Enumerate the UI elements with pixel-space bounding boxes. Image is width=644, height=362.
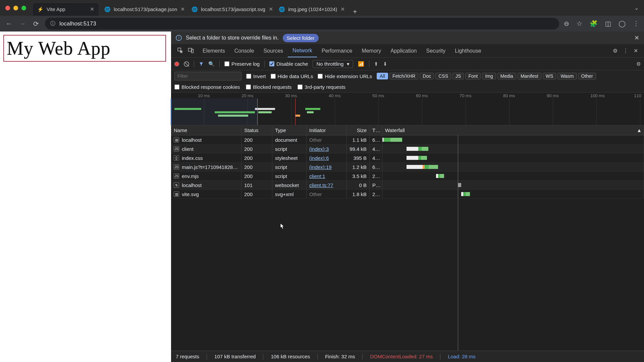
col-waterfall[interactable]: Waterfall▲ (382, 125, 644, 135)
hide-data-urls-checkbox[interactable]: Hide data URLs (271, 73, 313, 79)
request-initiator[interactable]: client.ts:77 (309, 182, 333, 188)
type-pill-doc[interactable]: Doc (420, 73, 434, 79)
type-pill-js[interactable]: JS (452, 73, 464, 79)
col-status[interactable]: Status (241, 125, 272, 135)
request-initiator[interactable]: (index):6 (309, 155, 329, 161)
blocked-cookies-checkbox[interactable]: Blocked response cookies (174, 84, 240, 90)
import-har-icon[interactable]: ⬆ (374, 61, 378, 67)
col-initiator[interactable]: Initiator (307, 125, 347, 135)
throttling-select[interactable]: No throttling▾ (313, 60, 353, 68)
tabstrip-overflow-icon[interactable]: ⌄ (634, 5, 639, 11)
zoom-icon[interactable]: ⊖ (564, 20, 569, 27)
back-button[interactable]: ← (5, 20, 13, 27)
network-conditions-icon[interactable]: 📶 (358, 61, 364, 67)
devtools-close-icon[interactable]: ✕ (634, 48, 638, 54)
col-type[interactable]: Type (272, 125, 307, 135)
record-button[interactable] (174, 62, 179, 66)
type-pill-media[interactable]: Media (497, 73, 516, 79)
col-name[interactable]: Name (171, 125, 241, 135)
status-finish: Finish: 32 ms (325, 354, 355, 359)
blocked-requests-checkbox[interactable]: Blocked requests (246, 84, 291, 90)
devtools-tab-memory[interactable]: Memory (357, 44, 386, 57)
type-pill-manifest[interactable]: Manifest (518, 73, 541, 79)
devtools-settings-icon[interactable]: ⚙ (613, 48, 618, 54)
request-initiator[interactable]: (index):3 (309, 146, 329, 152)
request-time: 6… (370, 135, 382, 144)
type-pill-css[interactable]: CSS (435, 73, 451, 79)
devtools-tab-lighthouse[interactable]: Lighthouse (450, 44, 486, 57)
type-pill-ws[interactable]: WS (543, 73, 556, 79)
browser-menu-icon[interactable]: ⋮ (633, 20, 639, 27)
type-pill-wasm[interactable]: Wasm (557, 73, 577, 79)
type-pill-font[interactable]: Font (465, 73, 481, 79)
col-time[interactable]: T… (370, 125, 382, 135)
col-size[interactable]: Size (347, 125, 370, 135)
request-type: script (272, 144, 307, 153)
request-initiator[interactable]: (index):19 (309, 164, 332, 170)
devtools-tab-application[interactable]: Application (386, 44, 421, 57)
maximize-window-button[interactable] (21, 6, 26, 10)
profile-icon[interactable]: ◯ (619, 20, 626, 27)
request-row[interactable]: ⇅localhost101websocketclient.ts:770 BP… (171, 181, 644, 190)
request-initiator[interactable]: client:1 (309, 173, 325, 179)
tab-close-icon[interactable]: ✕ (269, 6, 273, 12)
type-pill-all[interactable]: All (377, 73, 388, 79)
tab-title: Vite App (47, 6, 65, 12)
close-window-button[interactable] (5, 6, 10, 10)
type-pill-fetchxhr[interactable]: Fetch/XHR (389, 73, 418, 79)
devtools-tab-elements[interactable]: Elements (198, 44, 230, 57)
browser-tab[interactable]: 🌐localhost:5173/package.json✕ (99, 2, 186, 16)
minimize-window-button[interactable] (13, 6, 18, 10)
site-info-icon[interactable]: ⓘ (50, 20, 55, 27)
side-panel-icon[interactable]: ◫ (605, 20, 611, 27)
disable-cache-checkbox[interactable]: Disable cache (269, 61, 308, 67)
request-waterfall (382, 181, 644, 189)
request-row[interactable]: ▤localhost200documentOther1.1 kB6… (171, 135, 644, 144)
devtools-tab-performance[interactable]: Performance (317, 44, 357, 57)
third-party-checkbox[interactable]: 3rd-party requests (298, 84, 345, 90)
clear-button[interactable] (184, 61, 189, 67)
network-timeline[interactable]: 10 ms20 ms30 ms40 ms50 ms60 ms70 ms80 ms… (171, 93, 644, 125)
file-type-icon: JS (174, 173, 179, 179)
extensions-icon[interactable]: 🧩 (590, 20, 598, 27)
search-icon[interactable]: 🔍 (208, 61, 215, 67)
request-row[interactable]: {}index.css200stylesheet(index):6395 B4… (171, 154, 644, 163)
devtools-menu-icon[interactable]: ⋮ (623, 48, 628, 54)
request-row[interactable]: JSclient200script(index):399.4 kB4… (171, 144, 644, 154)
devtools-tab-security[interactable]: Security (421, 44, 450, 57)
browser-tab[interactable]: 🌐img.jpeg (1024×1024)✕ (274, 2, 350, 16)
type-pill-other[interactable]: Other (578, 73, 596, 79)
device-toolbar-icon[interactable] (188, 47, 194, 55)
request-name: main.js?t=1710941828… (182, 164, 238, 170)
invert-checkbox[interactable]: Invert (246, 73, 266, 79)
tab-close-icon[interactable]: ✕ (340, 6, 345, 12)
request-time: 6… (370, 163, 382, 171)
inspect-element-icon[interactable] (177, 47, 183, 55)
request-row[interactable]: ▨vite.svg200svg+xmlOther1.8 kB2… (171, 190, 644, 199)
timeline-selection[interactable] (171, 99, 258, 125)
filter-input[interactable] (174, 72, 241, 80)
infobar-close-icon[interactable]: ✕ (634, 34, 639, 42)
export-har-icon[interactable]: ⬇ (383, 61, 387, 67)
table-header[interactable]: Name Status Type Initiator Size T… Water… (171, 125, 644, 135)
reload-button[interactable]: ⟳ (32, 20, 40, 28)
new-tab-button[interactable]: + (350, 8, 360, 16)
browser-tab[interactable]: 🌐localhost:5173/javascript.svg✕ (186, 2, 274, 16)
preserve-log-checkbox[interactable]: Preserve log (224, 61, 260, 67)
forward-button[interactable]: → (18, 20, 27, 27)
type-pill-img[interactable]: Img (482, 73, 496, 79)
devtools-tab-console[interactable]: Console (230, 44, 259, 57)
hide-extension-urls-checkbox[interactable]: Hide extension URLs (318, 73, 372, 79)
omnibox[interactable]: ⓘ localhost:5173 (45, 18, 559, 29)
request-row[interactable]: JSmain.js?t=1710941828…200script(index):… (171, 163, 644, 172)
tab-close-icon[interactable]: ✕ (90, 6, 94, 12)
browser-tab[interactable]: ⚡Vite App✕ (32, 2, 99, 16)
select-folder-button[interactable]: Select folder (283, 34, 319, 42)
devtools-tab-network[interactable]: Network (288, 44, 317, 57)
tab-close-icon[interactable]: ✕ (180, 6, 185, 12)
filter-toggle-icon[interactable] (199, 62, 204, 66)
devtools-tab-sources[interactable]: Sources (259, 44, 288, 57)
bookmark-icon[interactable]: ☆ (577, 20, 582, 27)
network-settings-icon[interactable]: ⚙ (636, 61, 641, 67)
request-row[interactable]: JSenv.mjs200scriptclient:13.5 kB2… (171, 172, 644, 181)
